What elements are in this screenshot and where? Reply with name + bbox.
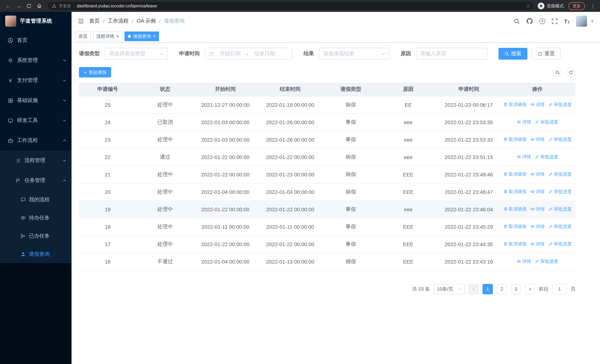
chevron-right-icon [528, 287, 532, 291]
help-icon[interactable]: ? [539, 18, 545, 24]
reason-label: 原因 [401, 50, 411, 57]
page-button-1[interactable]: 1 [483, 284, 493, 294]
cancel-leave-link[interactable]: 取消请假 [503, 206, 526, 212]
detail-link[interactable]: 详情 [530, 171, 544, 177]
cell-status: 处理中 [136, 131, 194, 148]
reason-input[interactable]: 请输入原因 [416, 48, 487, 60]
tab-home[interactable]: 首页 [75, 31, 91, 41]
cancel-leave-link[interactable]: 取消请假 [503, 189, 526, 195]
cell-apply-id: 19 [79, 201, 136, 218]
leave-type-select[interactable]: 请选择请假类型 [105, 48, 168, 60]
goto-page-input[interactable] [552, 284, 567, 294]
page-button-2[interactable]: 2 [497, 284, 507, 294]
hamburger-icon[interactable] [77, 18, 84, 24]
search-icon[interactable] [514, 18, 520, 24]
trash-icon [503, 172, 507, 177]
sidebar-item-leave-query[interactable]: 请假查询 [0, 245, 72, 263]
browser-menu-icon[interactable]: ⋮ [590, 3, 596, 9]
eye-icon [530, 242, 534, 246]
detail-link[interactable]: 详情 [530, 224, 544, 230]
cell-end-time: 2022-01-26 00:00:00 [257, 131, 324, 148]
approval-progress-link[interactable]: 审批进度 [535, 119, 558, 125]
breadcrumb-home[interactable]: 首页 [89, 18, 100, 24]
page-button-3[interactable]: 3 [511, 284, 521, 294]
sidebar-item-system-mgmt[interactable]: ⚙ 系统管理 [0, 50, 72, 70]
col-apply-time: 申请时间 [438, 83, 499, 96]
approval-progress-link[interactable]: 审批进度 [535, 258, 558, 265]
browser-update-button[interactable]: 更新 [569, 2, 585, 10]
col-end-time: 结束时间 [257, 83, 324, 96]
sidebar-item-dev-tools[interactable]: 研发工具 [0, 111, 72, 131]
detail-link[interactable]: 详情 [530, 241, 544, 247]
start-date-input[interactable]: 开始日期 [217, 50, 244, 57]
approval-progress-link[interactable]: 审批进度 [535, 154, 558, 160]
sidebar-item-payment-mgmt[interactable]: ¥ 支付管理 [0, 70, 72, 90]
chevron-up-icon [63, 179, 66, 182]
next-page-button[interactable] [525, 284, 535, 294]
url-bar[interactable]: 不安全 dashboard.yudao.iocoder.cn/bpm/oa/le… [48, 2, 533, 10]
tab-process-detail[interactable]: 流程详情 × [93, 31, 122, 41]
cell-apply-id: 22 [79, 148, 136, 166]
edit-icon [535, 259, 539, 264]
font-size-icon[interactable]: TT [564, 18, 570, 24]
cancel-leave-link[interactable]: 取消请假 [503, 136, 526, 143]
app-logo[interactable]: 芋道管理系统 [0, 12, 72, 30]
reset-button[interactable]: 重置 [532, 48, 561, 60]
breadcrumb-workflow[interactable]: 工作流程 [108, 18, 129, 24]
close-icon[interactable]: × [153, 34, 156, 38]
browser-back-icon[interactable]: ← [4, 1, 13, 10]
detail-link[interactable]: 详情 [517, 154, 531, 160]
apply-time-range-picker[interactable]: 开始日期 - 结束日期 [205, 48, 292, 60]
user-avatar[interactable] [576, 16, 587, 27]
cancel-leave-link[interactable]: 取消请假 [503, 241, 526, 247]
url-text[interactable]: dashboard.yudao.iocoder.cn/bpm/oa/leave [77, 4, 157, 8]
browser-reload-icon[interactable] [24, 1, 33, 10]
detail-link[interactable]: 详情 [530, 136, 544, 143]
approval-progress-link[interactable]: 审批进度 [548, 102, 572, 108]
cancel-leave-link[interactable]: 取消请假 [503, 171, 526, 177]
detail-link[interactable]: 详情 [517, 119, 531, 125]
close-icon[interactable]: × [116, 34, 119, 38]
end-date-input[interactable]: 结束日期 [251, 50, 278, 57]
sidebar-item-done-tasks[interactable]: 已办任务 [0, 227, 72, 245]
detail-link[interactable]: 详情 [530, 102, 544, 108]
prev-page-button[interactable] [469, 284, 479, 294]
approval-progress-link[interactable]: 审批进度 [548, 171, 572, 177]
cancel-leave-link[interactable]: 取消请假 [503, 224, 526, 230]
cancel-leave-link[interactable]: 取消请假 [503, 102, 526, 108]
col-start-time: 开始时间 [194, 83, 257, 96]
caret-down-icon[interactable]: ▼ [590, 19, 594, 23]
approval-progress-link[interactable]: 审批进度 [548, 206, 572, 212]
col-status: 状态 [136, 83, 194, 96]
app-title: 芋道管理系统 [20, 18, 52, 24]
sidebar-item-home[interactable]: 首页 [0, 30, 72, 50]
detail-link[interactable]: 详情 [517, 258, 531, 265]
refresh-table-button[interactable] [566, 67, 576, 77]
approval-progress-link[interactable]: 审批进度 [548, 189, 572, 195]
search-button[interactable]: 搜索 [498, 48, 527, 60]
detail-link[interactable]: 详情 [530, 206, 544, 212]
sidebar-item-my-processes[interactable]: 我的流程 [0, 191, 72, 209]
page-size-select[interactable]: 10条/页 [434, 284, 465, 294]
incognito-badge: 无痕模式 [538, 3, 564, 9]
tab-leave-query[interactable]: 请假查询 × [124, 31, 159, 41]
detail-link[interactable]: 详情 [530, 189, 544, 195]
browser-home-icon[interactable] [35, 1, 44, 10]
create-leave-button[interactable]: + 发起请假 [79, 67, 111, 77]
sidebar-item-todo-tasks[interactable]: 待办任务 [0, 209, 72, 227]
github-icon[interactable] [526, 18, 533, 24]
breadcrumb-oa-example[interactable]: OA 示例 [137, 18, 156, 24]
sidebar-item-workflow[interactable]: 工作流程 [0, 131, 72, 150]
sidebar-item-infrastructure[interactable]: 基础设施 [0, 90, 72, 111]
result-select[interactable]: 请选择流结果 [319, 48, 390, 60]
bookmark-star-icon[interactable]: ☆ [526, 3, 530, 9]
sidebar-item-task-mgmt[interactable]: 任务管理 [0, 170, 72, 191]
fullscreen-icon[interactable] [552, 18, 558, 24]
security-label[interactable]: 不安全 [59, 3, 71, 9]
toggle-search-button[interactable] [553, 67, 562, 77]
sidebar-item-process-mgmt[interactable]: 流程管理 [0, 150, 72, 170]
approval-progress-link[interactable]: 审批进度 [548, 241, 572, 247]
approval-progress-link[interactable]: 审批进度 [548, 224, 572, 230]
browser-forward-icon[interactable]: → [14, 1, 23, 10]
approval-progress-link[interactable]: 审批进度 [548, 136, 572, 143]
